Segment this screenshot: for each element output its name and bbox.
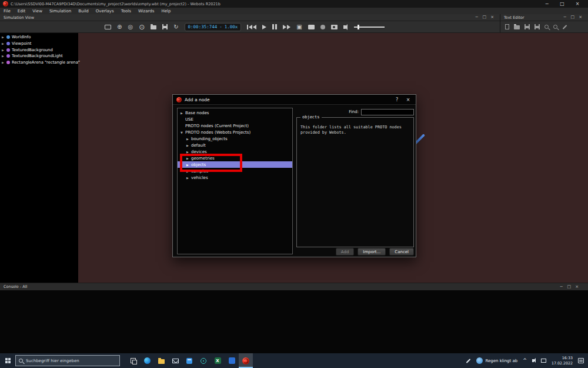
show-rendering-eye-icon[interactable]: ⊙ (139, 24, 145, 31)
dock-float-icon[interactable]: □ (571, 15, 575, 19)
display-tray-icon[interactable] (541, 359, 546, 363)
taskbar-icon-excel[interactable] (211, 353, 225, 368)
taskbar-clock[interactable]: 16:33 17.02.2022 (552, 356, 573, 365)
rendering-mode-icon[interactable]: ▣ (296, 24, 302, 30)
tree-item-vehicles[interactable]: ▶ vehicles (178, 174, 292, 181)
taskbar-icon-store[interactable] (182, 353, 196, 368)
reload-world-icon[interactable]: ↻ (173, 24, 178, 30)
window-title: C:\Users\SSDVI00-M47CA9PDI34D\Documents\… (11, 2, 537, 6)
edit-icon[interactable] (563, 25, 567, 29)
dock-minimize-icon[interactable]: − (560, 285, 563, 289)
save-file-icon[interactable] (524, 24, 530, 29)
menu-build[interactable]: Build (75, 8, 92, 14)
menu-wizards[interactable]: Wizards (135, 8, 158, 14)
tree-item-use[interactable]: USE (178, 116, 292, 122)
import-button[interactable]: Import... (358, 248, 386, 256)
rewind-icon[interactable] (247, 25, 256, 29)
open-world-icon[interactable] (151, 25, 156, 29)
task-view-button[interactable] (126, 353, 140, 368)
chevron-right-icon[interactable]: ▶ (186, 144, 189, 147)
speaker-icon[interactable] (343, 25, 346, 29)
new-file-icon[interactable] (505, 24, 509, 29)
dock-float-icon[interactable]: □ (567, 285, 572, 289)
volume-tray-icon[interactable] (532, 359, 534, 362)
menu-help[interactable]: Help (158, 8, 174, 14)
volume-slider-handle[interactable] (358, 25, 359, 29)
console-output[interactable] (0, 290, 588, 353)
taskbar-icon-edge[interactable] (140, 353, 154, 368)
chevron-right-icon[interactable]: ▶ (186, 176, 189, 180)
dialog-title: Add a node (185, 97, 210, 102)
menu-tools[interactable]: Tools (118, 8, 135, 14)
taskbar-icon-webots-active[interactable] (239, 353, 253, 368)
close-icon[interactable]: × (570, 0, 585, 8)
dock-close-icon[interactable]: × (579, 15, 582, 19)
menu-edit[interactable]: Edit (14, 8, 29, 14)
menu-simulation[interactable]: Simulation (46, 8, 75, 14)
save-as-icon[interactable] (534, 24, 540, 29)
notification-center-icon[interactable] (578, 358, 584, 363)
scene-tree-item-rectanglearena[interactable]: ▶ RectangleArena "rectangle arena" (0, 59, 78, 66)
tree-item-base-nodes[interactable]: ▶ Base nodes (178, 110, 292, 116)
scene-tree-item-texturedbackground[interactable]: ▶ TexturedBackground (0, 47, 78, 53)
taskbar-icon-explorer[interactable] (154, 353, 168, 368)
taskbar-icon-mail[interactable] (168, 353, 182, 368)
dock-float-icon[interactable]: □ (483, 15, 487, 19)
dock-minimize-icon[interactable]: − (475, 15, 479, 19)
tree-item-bounding-objects[interactable]: ▶ bounding_objects (178, 135, 292, 142)
chevron-right-icon[interactable]: ▶ (181, 111, 183, 115)
tree-item-proto-webots[interactable]: ▼ PROTO nodes (Webots Projects) (178, 129, 292, 135)
dialog-close-icon[interactable]: × (404, 97, 412, 102)
add-node-icon[interactable]: ⊕ (117, 24, 122, 30)
hide-scene-tree-icon[interactable] (105, 25, 111, 29)
weather-widget[interactable]: Regen klingt ab (476, 357, 517, 364)
chevron-down-icon[interactable]: ▼ (181, 131, 183, 134)
chevron-right-icon[interactable]: ▶ (2, 54, 5, 58)
world-view-icon[interactable]: ◎ (128, 24, 133, 30)
pen-tray-icon[interactable] (466, 359, 471, 363)
dock-close-icon[interactable]: × (575, 285, 579, 289)
dock-close-icon[interactable]: × (490, 15, 494, 19)
tree-item-default[interactable]: ▶ default (178, 142, 292, 148)
taskbar-search[interactable] (15, 355, 120, 366)
replace-icon[interactable] (553, 25, 557, 29)
fullscreen-icon[interactable] (308, 25, 315, 29)
fast-forward-icon[interactable] (283, 25, 290, 29)
play-icon[interactable] (262, 25, 266, 29)
node-info-groupbox: objects This folder lists all suitable P… (296, 117, 414, 247)
simulation-view-dock-buttons: − □ × (475, 15, 496, 19)
find-input[interactable] (361, 109, 414, 115)
taskbar-icon-blue-app[interactable] (225, 353, 239, 368)
scene-tree-item-texturedbackgroundlight[interactable]: ▶ TexturedBackgroundLight (0, 53, 78, 59)
find-icon[interactable] (544, 25, 549, 29)
menu-file[interactable]: File (0, 8, 14, 14)
cancel-button[interactable]: Cancel (389, 248, 414, 256)
start-button[interactable] (0, 353, 15, 368)
screenshot-icon[interactable] (331, 25, 338, 29)
scene-tree-item-worldinfo[interactable]: ▶ WorldInfo (0, 34, 78, 41)
chevron-right-icon[interactable]: ▶ (186, 137, 189, 141)
chevron-right-icon[interactable]: ▶ (2, 61, 5, 64)
chevron-right-icon[interactable]: ▶ (186, 150, 189, 154)
dialog-help-icon[interactable]: ? (393, 97, 401, 102)
menu-overlays[interactable]: Overlays (92, 8, 118, 14)
tree-item-proto-current[interactable]: PROTO nodes (Current Project) (178, 122, 292, 129)
add-button[interactable]: Add (336, 248, 355, 256)
chevron-right-icon[interactable]: ▶ (2, 42, 5, 45)
dialog-titlebar[interactable]: Add a node ? × (173, 95, 416, 105)
minimize-icon[interactable]: − (539, 0, 554, 8)
taskbar-icon-app[interactable] (196, 353, 211, 368)
maximize-icon[interactable]: □ (554, 0, 570, 8)
search-input[interactable] (26, 359, 116, 363)
open-file-icon[interactable] (514, 25, 520, 29)
chevron-right-icon[interactable]: ▶ (2, 48, 5, 52)
save-world-icon[interactable] (162, 24, 168, 29)
menu-view[interactable]: View (29, 8, 46, 14)
pause-icon[interactable] (272, 24, 277, 29)
tray-expand-icon[interactable]: ^ (523, 359, 527, 363)
dock-minimize-icon[interactable]: − (563, 15, 567, 19)
volume-slider[interactable] (354, 26, 385, 28)
record-movie-icon[interactable] (320, 25, 325, 29)
scene-tree-item-viewpoint[interactable]: ▶ Viewpoint (0, 41, 78, 47)
chevron-right-icon[interactable]: ▶ (2, 35, 5, 39)
